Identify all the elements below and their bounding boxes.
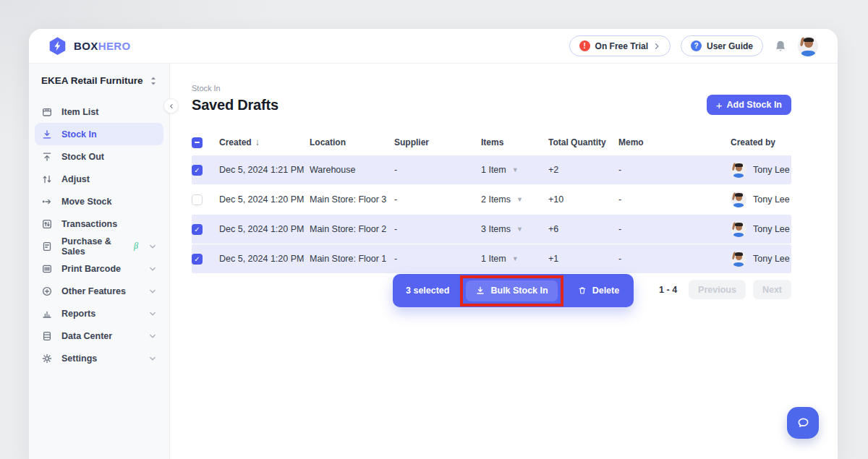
drafts-table: Created↓ Location Supplier Items Total Q…: [192, 132, 791, 273]
trash-icon: [577, 286, 587, 296]
select-all-checkbox[interactable]: [192, 137, 203, 148]
row-checkbox[interactable]: [192, 194, 203, 205]
sidebar-item-data-center[interactable]: Data Center: [35, 325, 163, 347]
cell-location: Main Store: Floor 3: [310, 194, 394, 205]
cell-created: Dec 5, 2024 1:21 PM: [219, 165, 310, 175]
items-dropdown-icon: ▼: [512, 166, 519, 173]
cell-items[interactable]: 2 Items▼: [481, 194, 548, 205]
sidebar-item-reports[interactable]: Reports: [35, 302, 163, 325]
boxhero-wordmark: BOXHERO: [74, 40, 131, 52]
stock-out-icon: [41, 151, 53, 163]
sidebar-item-stock-in[interactable]: Stock In: [35, 123, 163, 145]
workspace-switch-icon: [149, 76, 158, 86]
move-stock-icon: [41, 196, 53, 207]
chevron-down-icon: [148, 287, 157, 296]
row-avatar: [731, 162, 746, 178]
sidebar-item-print-barcode[interactable]: Print Barcode: [35, 257, 163, 280]
column-created-by: Created by: [731, 137, 791, 147]
sidebar-item-other-features[interactable]: Other Features: [35, 280, 163, 302]
data-center-icon: [41, 330, 53, 342]
column-created[interactable]: Created↓: [219, 137, 310, 147]
cell-items[interactable]: 1 Item▼: [481, 254, 548, 264]
cell-supplier: -: [394, 194, 481, 205]
chevron-left-icon: [167, 102, 176, 111]
sidebar-item-move-stock[interactable]: Move Stock: [35, 190, 163, 213]
print-barcode-icon: [41, 263, 53, 275]
add-stock-in-button[interactable]: + Add Stock In: [707, 95, 791, 115]
question-icon: ?: [691, 40, 702, 51]
table-row[interactable]: Dec 5, 2024 1:20 PM Main Store: Floor 3 …: [192, 185, 791, 214]
table-row[interactable]: Dec 5, 2024 1:20 PM Main Store: Floor 1 …: [192, 244, 791, 273]
cell-created-by: Tony Lee: [731, 251, 791, 267]
cell-created: Dec 5, 2024 1:20 PM: [219, 254, 310, 264]
sidebar-item-adjust[interactable]: Adjust: [35, 168, 163, 190]
sidebar-item-transactions[interactable]: Transactions: [35, 213, 163, 235]
workspace-selector[interactable]: EKEA Retail Furniture: [29, 64, 169, 95]
cell-created-by: Tony Lee: [731, 221, 791, 237]
column-location: Location: [310, 137, 394, 147]
chevron-down-icon: [148, 309, 157, 318]
next-button[interactable]: Next: [753, 280, 791, 299]
cell-created-by: Tony Lee: [731, 192, 791, 207]
cell-created-by: Tony Lee: [731, 162, 791, 178]
pagination: 1 - 4 Previous Next: [659, 280, 791, 299]
cell-items[interactable]: 3 Items▼: [481, 224, 548, 234]
column-memo: Memo: [618, 137, 731, 147]
sidebar-item-stock-out[interactable]: Stock Out: [35, 145, 163, 168]
boxhero-logo[interactable]: BOXHERO: [48, 36, 131, 56]
free-trial-button[interactable]: ! On Free Trial: [569, 35, 671, 56]
workspace-name: EKEA Retail Furniture: [41, 75, 143, 86]
row-avatar: [731, 221, 746, 237]
previous-button[interactable]: Previous: [689, 280, 746, 299]
chevron-down-icon: [148, 265, 157, 273]
cell-total-quantity: +10: [548, 194, 618, 205]
items-dropdown-icon: ▼: [516, 226, 523, 233]
selected-count: 3 selected: [406, 286, 449, 296]
column-supplier: Supplier: [394, 137, 481, 147]
column-total-quantity: Total Quantity: [548, 137, 618, 147]
chevron-down-icon: [148, 354, 157, 363]
cell-supplier: -: [394, 224, 481, 234]
chevron-down-icon: [148, 242, 157, 251]
beta-badge: β: [134, 241, 138, 252]
bulk-stock-in-button[interactable]: Bulk Stock In: [466, 280, 557, 301]
cell-total-quantity: +6: [548, 224, 618, 234]
user-guide-label: User Guide: [707, 41, 753, 51]
cell-created: Dec 5, 2024 1:20 PM: [219, 224, 310, 234]
sidebar-item-purchase-sales[interactable]: Purchase & Sales β: [35, 235, 163, 257]
user-guide-button[interactable]: ? User Guide: [681, 35, 763, 56]
row-checkbox[interactable]: [192, 254, 203, 265]
cell-memo: -: [618, 194, 731, 205]
download-icon: [475, 286, 485, 296]
chat-widget-button[interactable]: [787, 407, 819, 439]
delete-button[interactable]: Delete: [570, 280, 627, 301]
table-row[interactable]: Dec 5, 2024 1:21 PM Warehouse - 1 Item▼ …: [192, 155, 791, 184]
column-items: Items: [481, 137, 548, 147]
free-trial-label: On Free Trial: [595, 41, 648, 51]
topbar-actions: ! On Free Trial ? User Guide: [569, 35, 818, 56]
annotation-highlight: Bulk Stock In: [460, 275, 563, 306]
sidebar-item-item-list[interactable]: Item List: [35, 100, 163, 123]
transactions-icon: [41, 218, 53, 230]
app-window: BOXHERO ! On Free Trial ? User Guide: [29, 29, 838, 459]
chevron-down-icon: [148, 332, 157, 340]
cell-memo: -: [618, 165, 731, 175]
cell-created: Dec 5, 2024 1:20 PM: [219, 194, 310, 205]
cell-items[interactable]: 1 Item▼: [481, 165, 548, 175]
cell-memo: -: [618, 254, 731, 264]
row-checkbox[interactable]: [192, 165, 203, 176]
adjust-icon: [41, 173, 53, 185]
user-avatar[interactable]: [798, 36, 818, 56]
cell-supplier: -: [394, 254, 481, 264]
notifications-bell-icon[interactable]: [773, 39, 788, 53]
items-dropdown-icon: ▼: [512, 255, 519, 262]
row-checkbox[interactable]: [192, 224, 203, 235]
settings-icon: [41, 353, 53, 364]
sidebar-item-settings[interactable]: Settings: [35, 347, 163, 369]
main-panel: Stock In Saved Drafts + Add Stock In Cre…: [170, 64, 838, 459]
table-row[interactable]: Dec 5, 2024 1:20 PM Main Store: Floor 2 …: [192, 215, 791, 244]
items-dropdown-icon: ▼: [516, 196, 523, 203]
chat-bubble-icon: [795, 415, 812, 432]
sidebar-collapse-button[interactable]: [163, 98, 179, 113]
cell-memo: -: [618, 224, 731, 234]
